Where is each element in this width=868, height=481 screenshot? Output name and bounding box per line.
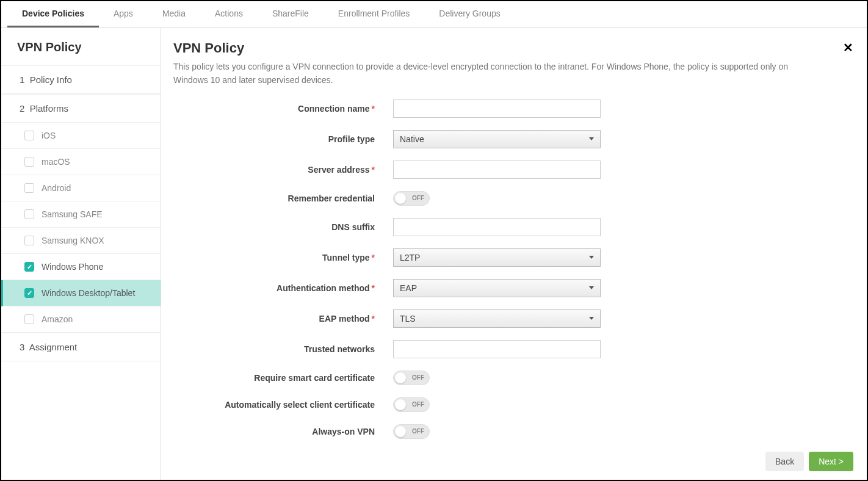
input-dns-suffix[interactable] <box>393 218 601 236</box>
sidebar-platform-macos[interactable]: macOS <box>1 149 161 175</box>
input-trusted-networks[interactable] <box>393 340 601 358</box>
tab-enrollment-profiles[interactable]: Enrollment Profiles <box>324 1 425 27</box>
label-server-address: Server address* <box>173 165 393 175</box>
step-num: 2 <box>20 103 24 114</box>
sidebar-platform-windows-phone[interactable]: Windows Phone <box>1 254 161 280</box>
label-trusted-networks: Trusted networks <box>173 344 393 354</box>
tab-sharefile[interactable]: ShareFile <box>258 1 324 27</box>
platform-label: Samsung SAFE <box>42 209 103 219</box>
checkbox-icon[interactable] <box>24 314 34 324</box>
select-value: TLS <box>400 314 416 324</box>
label-remember-credential: Remember credential <box>173 193 393 203</box>
input-server-address[interactable] <box>393 161 601 179</box>
sidebar-platform-amazon[interactable]: Amazon <box>1 306 161 333</box>
platform-label: Amazon <box>42 314 73 324</box>
step-label: Assignment <box>29 342 77 352</box>
step-label: Platforms <box>30 103 68 114</box>
close-icon[interactable]: ✕ <box>843 40 853 55</box>
platform-label: Samsung KNOX <box>42 236 104 245</box>
select-auth-method[interactable]: EAP <box>393 279 601 297</box>
step-num: 1 <box>20 74 24 85</box>
sidebar-platform-ios[interactable]: iOS <box>1 123 161 149</box>
tab-apps[interactable]: Apps <box>99 1 148 27</box>
label-tunnel-type: Tunnel type* <box>173 253 393 262</box>
label-auto-select-cert: Automatically select client certificate <box>173 400 393 410</box>
platform-label: Windows Phone <box>42 262 103 272</box>
select-eap-method[interactable]: TLS <box>393 309 601 328</box>
footer: Back Next > <box>162 444 866 479</box>
caret-down-icon <box>589 256 594 259</box>
tab-device-policies[interactable]: Device Policies <box>7 1 99 27</box>
toggle-require-smartcard[interactable]: OFF <box>393 371 430 385</box>
checkbox-icon[interactable] <box>24 183 34 193</box>
tab-media[interactable]: Media <box>148 1 200 27</box>
sidebar: VPN Policy 1 Policy Info 2 Platforms iOS… <box>1 28 161 480</box>
toggle-auto-select-cert[interactable]: OFF <box>393 397 430 412</box>
back-button[interactable]: Back <box>765 452 804 471</box>
sidebar-step-assignment[interactable]: 3 Assignment <box>1 333 161 361</box>
toggle-remember-credential[interactable]: OFF <box>393 191 430 206</box>
next-button[interactable]: Next > <box>809 452 853 471</box>
sidebar-step-policy-info[interactable]: 1 Policy Info <box>1 65 161 94</box>
checkbox-icon[interactable] <box>24 131 34 140</box>
select-profile-type[interactable]: Native <box>393 130 601 148</box>
platform-label: iOS <box>42 131 56 140</box>
checkbox-icon[interactable] <box>24 209 34 219</box>
select-value: EAP <box>400 283 417 293</box>
label-eap-method: EAP method* <box>173 314 393 324</box>
tab-actions[interactable]: Actions <box>200 1 258 27</box>
select-value: Native <box>400 134 424 144</box>
select-tunnel-type[interactable]: L2TP <box>393 248 601 267</box>
page-title: VPN Policy <box>173 40 848 56</box>
tab-delivery-groups[interactable]: Delivery Groups <box>424 1 515 27</box>
main-panel: ✕ VPN Policy This policy lets you config… <box>161 28 867 480</box>
sidebar-step-platforms[interactable]: 2 Platforms <box>1 94 161 123</box>
checkbox-icon[interactable] <box>24 288 34 298</box>
step-num: 3 <box>20 342 24 352</box>
caret-down-icon <box>589 286 594 289</box>
page-description: This policy lets you configure a VPN con… <box>173 60 814 87</box>
label-require-smartcard: Require smart card certificate <box>173 373 393 383</box>
select-value: L2TP <box>400 253 420 262</box>
checkbox-icon[interactable] <box>24 262 34 272</box>
caret-down-icon <box>589 137 594 140</box>
sidebar-platform-samsung-safe[interactable]: Samsung SAFE <box>1 201 161 228</box>
sidebar-title: VPN Policy <box>1 28 161 65</box>
label-profile-type: Profile type <box>173 134 393 144</box>
label-auth-method: Authentication method* <box>173 283 393 293</box>
checkbox-icon[interactable] <box>24 236 34 245</box>
top-tabs: Device Policies Apps Media Actions Share… <box>1 1 867 28</box>
label-connection-name: Connection name* <box>173 104 393 114</box>
platform-label: Android <box>42 183 71 193</box>
label-always-on: Always-on VPN <box>173 427 393 436</box>
sidebar-platform-windows-desktop[interactable]: Windows Desktop/Tablet <box>1 280 161 306</box>
input-connection-name[interactable] <box>393 99 601 118</box>
platform-label: Windows Desktop/Tablet <box>42 288 135 298</box>
step-label: Policy Info <box>30 74 72 85</box>
checkbox-icon[interactable] <box>24 157 34 167</box>
label-dns-suffix: DNS suffix <box>173 222 393 232</box>
toggle-always-on[interactable]: OFF <box>393 424 430 439</box>
sidebar-platform-samsung-knox[interactable]: Samsung KNOX <box>1 228 161 254</box>
platform-label: macOS <box>42 157 70 167</box>
sidebar-platform-android[interactable]: Android <box>1 175 161 201</box>
caret-down-icon <box>589 317 594 320</box>
